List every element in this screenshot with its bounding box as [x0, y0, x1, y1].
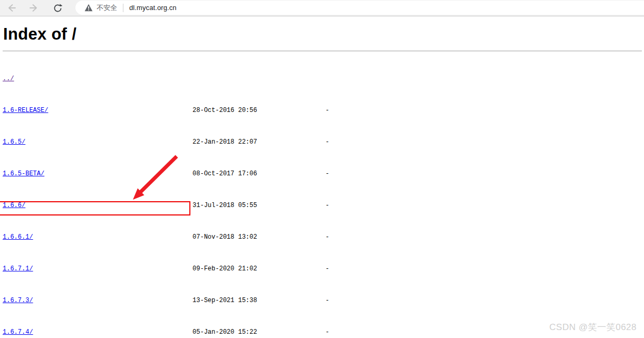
file-date: 08-Oct-2017 17:06: [193, 170, 257, 178]
file-link[interactable]: 1.6.6.1/: [3, 233, 193, 241]
file-size: -: [257, 107, 329, 115]
browser-toolbar: 不安全 dl.mycat.org.cn: [0, 0, 644, 16]
forward-arrow-icon: [29, 3, 40, 13]
back-arrow-icon: [6, 3, 16, 13]
file-size: -: [257, 202, 329, 210]
listing-row: 1.6.5-BETA/08-Oct-2017 17:06-: [3, 170, 644, 178]
nav-button-group: [5, 0, 63, 16]
browser-window: 不安全 dl.mycat.org.cn Index of / ../ 1.6-R…: [0, 0, 644, 338]
file-link[interactable]: ../: [3, 75, 193, 83]
file-date: 05-Jan-2020 15:22: [193, 328, 257, 336]
address-separator: [123, 4, 123, 12]
file-link[interactable]: 1.6.5/: [3, 138, 193, 146]
reload-button[interactable]: [52, 2, 63, 14]
file-size: -: [257, 233, 329, 241]
address-bar[interactable]: 不安全 dl.mycat.org.cn: [75, 1, 644, 15]
file-link[interactable]: 1.6-RELEASE/: [3, 107, 193, 115]
listing-row: 1.6.7.4/05-Jan-2020 15:22-: [3, 328, 644, 336]
file-link[interactable]: 1.6.7.4/: [3, 328, 193, 336]
listing-row: 1.6.7.1/09-Feb-2020 21:02-: [3, 265, 644, 273]
file-size: -: [257, 138, 329, 146]
file-size: -: [257, 328, 329, 336]
file-link[interactable]: 1.6.7.3/: [3, 297, 193, 305]
forward-button[interactable]: [28, 2, 40, 14]
file-link[interactable]: 1.6.5-BETA/: [3, 170, 193, 178]
listing-row: 1.6.6/31-Jul-2018 05:55-: [3, 202, 644, 210]
back-button[interactable]: [5, 2, 17, 14]
listing-row: 1.6.5/22-Jan-2018 22:07-: [3, 138, 644, 146]
file-date: 09-Feb-2020 21:02: [193, 265, 257, 273]
top-divider: [3, 51, 642, 51]
listing-row: ../: [3, 75, 644, 83]
file-size: -: [257, 170, 329, 178]
listing-row: 1.6.7.3/13-Sep-2021 15:38-: [3, 297, 644, 305]
file-date: 31-Jul-2018 05:55: [193, 202, 257, 210]
file-date: 22-Jan-2018 22:07: [193, 138, 257, 146]
file-date: 13-Sep-2021 15:38: [193, 297, 257, 305]
page-title: Index of /: [3, 25, 644, 44]
file-size: -: [257, 297, 329, 305]
listing-row: 1.6-RELEASE/28-Oct-2016 20:56-: [3, 107, 644, 115]
file-link[interactable]: 1.6.6/: [3, 202, 193, 210]
page-content: Index of / ../ 1.6-RELEASE/28-Oct-2016 2…: [0, 25, 644, 338]
file-date: 28-Oct-2016 20:56: [193, 107, 257, 115]
file-link[interactable]: 1.6.7.1/: [3, 265, 193, 273]
watermark: CSDN @笑一笑0628: [550, 321, 637, 333]
not-secure-warning-icon: [84, 4, 93, 12]
file-size: -: [257, 265, 329, 273]
security-label[interactable]: 不安全: [97, 3, 117, 13]
directory-listing: ../ 1.6-RELEASE/28-Oct-2016 20:56- 1.6.5…: [3, 59, 644, 338]
file-date: 07-Nov-2018 13:02: [193, 233, 257, 241]
reload-icon: [52, 3, 63, 14]
listing-row: 1.6.6.1/07-Nov-2018 13:02-: [3, 233, 644, 241]
url-text[interactable]: dl.mycat.org.cn: [129, 4, 177, 12]
